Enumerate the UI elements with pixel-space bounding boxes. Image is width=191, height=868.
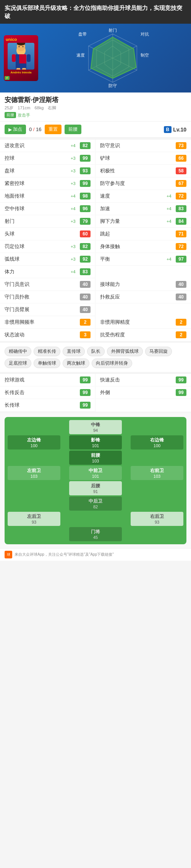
stat-name: 脚下力量	[100, 218, 167, 225]
positions-layout: 中锋94左边锋100影锋101右边锋100前腰103左前卫103中前卫101右前…	[5, 417, 186, 544]
skills-section: 精确传中精准长传直传球队长外脚背弧线球马赛回旋足底控球单触传球两次触球向后切球并…	[0, 343, 191, 372]
position-cell	[131, 527, 183, 541]
rating-badge: B	[164, 126, 172, 133]
stat-value: 66	[176, 155, 186, 162]
points-count: 0 / 16	[29, 127, 42, 132]
reset-button[interactable]: 重置	[45, 125, 62, 134]
stat-name: 接球能力	[100, 281, 167, 288]
stat-row: 弧线球+392	[0, 253, 96, 266]
stat-value: 3	[80, 331, 91, 338]
position-score: 94	[93, 428, 98, 433]
position-score: 103	[31, 474, 37, 479]
position-cell: 中前卫101	[69, 466, 122, 480]
stat-value: 40	[176, 294, 186, 300]
stat-name: 盘球	[5, 167, 71, 174]
stat-row: 加速+483	[96, 203, 191, 215]
stat-value: 40	[80, 294, 91, 300]
stat-value: 67	[176, 180, 186, 187]
skill-tag: 外脚背弧线球	[107, 347, 143, 356]
stat-row: 头球60	[0, 228, 96, 240]
player-card-badge: ⚡	[5, 76, 10, 80]
level-number: Lv.10	[173, 127, 186, 133]
position-score: 82	[93, 505, 98, 509]
style-value: 99	[176, 376, 186, 383]
stat-row: 控球+399	[0, 152, 96, 165]
stat-value: 82	[80, 243, 91, 250]
positions-section: 中锋94左边锋100影锋101右边锋100前腰103左前卫103中前卫101右前…	[0, 413, 191, 548]
stat-value: 98	[80, 193, 91, 200]
stat-name: 速度	[100, 193, 167, 200]
stat-row: 防守参与度67	[96, 177, 191, 190]
stat-row: 平衡+497	[96, 253, 191, 266]
position-row: 左前卫103中前卫101右前卫103	[8, 466, 183, 480]
svg-rect-3	[12, 54, 16, 62]
stat-row: 抗受伤程度2	[96, 329, 191, 341]
svg-rect-10	[16, 68, 20, 70]
stat-name: 扑救反应	[100, 294, 167, 300]
stat-name: 地面传球	[5, 193, 71, 200]
skill-tag: 向后切球并转身	[92, 359, 132, 368]
player-card-name: Andrés Iniesta	[10, 71, 31, 75]
player-name: 安德雷斯·伊涅斯塔	[5, 96, 186, 104]
player-meta: 25岁 171cm 68kg 右脚	[5, 105, 186, 111]
footer-text: 来自大众评球App，关注公众号"评球精选"及"App下载链接"	[15, 552, 114, 557]
player-image	[8, 43, 34, 70]
skill-tag: 精确传中	[5, 347, 31, 356]
position-name: 右边锋	[150, 437, 164, 443]
position-name: 左边锋	[27, 437, 41, 443]
position-cell: 右前卫103	[131, 466, 183, 480]
position-cell: 左边锋100	[8, 435, 60, 449]
stat-row: 守门员臂展40	[0, 303, 96, 316]
add-points-button[interactable]: ▶ 加点	[5, 125, 26, 134]
position-cell: 中后卫82	[69, 496, 122, 511]
stat-value: 83	[80, 268, 91, 275]
position-score: 103	[92, 459, 99, 463]
position-cell	[131, 420, 183, 434]
position-score: 93	[155, 520, 159, 524]
position-score: 100	[31, 443, 37, 448]
style-row: 外侧99	[96, 386, 191, 399]
skill-tag: 队长	[87, 347, 105, 356]
style-row: 长传球99	[0, 399, 96, 412]
style-value: 99	[80, 402, 91, 409]
position-cell	[131, 482, 183, 495]
stats-grid: 进攻意识+482防守意识73控球+399铲球66盘球+393积极性58紧密控球+…	[0, 139, 191, 341]
stat-delta: +4	[71, 194, 78, 198]
stat-row: 非惯用脚精度2	[96, 316, 191, 329]
position-row: 后腰91	[8, 481, 183, 495]
stat-name: 射门	[5, 218, 71, 225]
stat-value: 58	[176, 167, 186, 174]
position-cell	[8, 420, 60, 434]
stat-value: 40	[176, 281, 186, 288]
position-cell	[8, 451, 60, 465]
stat-name: 非惯用脚精度	[100, 319, 167, 326]
position-row: 中锋94	[8, 420, 183, 434]
style-value: 99	[176, 389, 186, 396]
stat-row: 罚定位球+382	[0, 240, 96, 253]
player-card-top: unico	[6, 37, 36, 42]
stat-row: 速度+472	[96, 190, 191, 203]
skill-tag: 两次触球	[63, 359, 89, 368]
position-button[interactable]: 前腰	[65, 125, 81, 134]
stat-name: 加速	[100, 205, 167, 212]
stat-row: 地面传球+498	[0, 190, 96, 203]
stat-value: 2	[176, 331, 186, 338]
style-name: 长传球	[5, 402, 80, 409]
stat-row: 守门员扑救40	[0, 291, 96, 303]
stat-name: 头球	[5, 230, 71, 237]
skill-tag: 直传球	[63, 347, 85, 356]
stat-name: 跳起	[100, 230, 167, 237]
stat-row: 体力+483	[0, 266, 96, 278]
svg-rect-11	[22, 68, 26, 70]
position-row: 左边锋100影锋101右边锋100	[8, 435, 183, 449]
stat-row: 防守意识73	[96, 140, 191, 152]
style-name: 外侧	[100, 389, 176, 396]
position-name: 右前卫	[150, 467, 164, 474]
stat-name: 积极性	[100, 167, 167, 174]
position-cell	[131, 497, 183, 511]
stat-value: 83	[176, 205, 186, 212]
stat-row: 接球能力40	[96, 278, 191, 291]
radar-chart: 射门 盘带 对抗 速度 制空 防守	[38, 28, 187, 89]
stat-row: 扑救反应40	[96, 291, 191, 303]
style-row: 控球游戏99	[0, 374, 96, 386]
